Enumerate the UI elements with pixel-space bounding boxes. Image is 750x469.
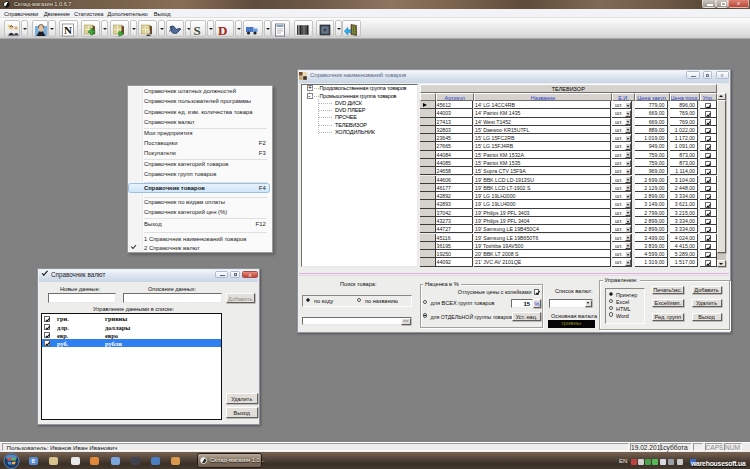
svg-text:S: S (194, 23, 201, 37)
svg-text:D: D (218, 23, 227, 37)
svg-text:N: N (64, 24, 72, 36)
